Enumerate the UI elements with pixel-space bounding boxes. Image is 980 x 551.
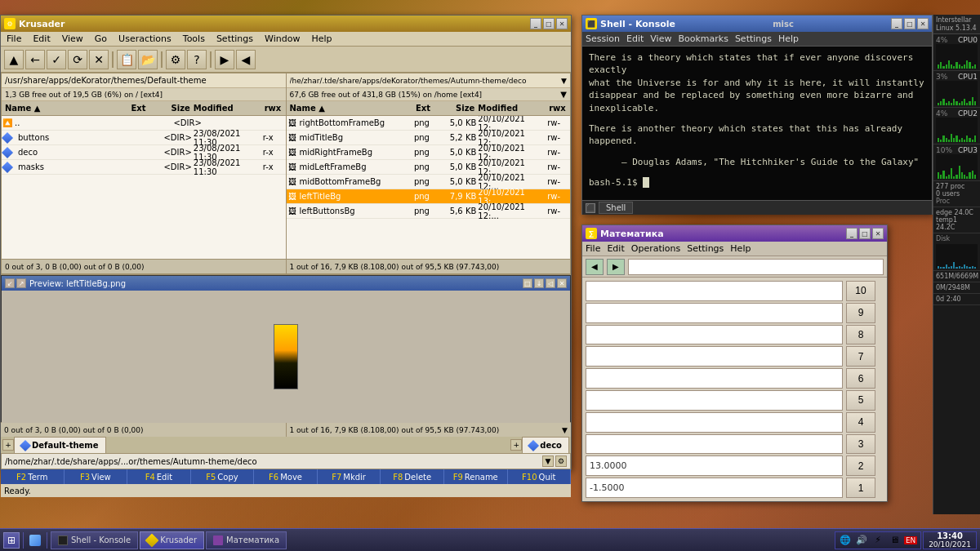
shell-close-btn[interactable]: ✕ — [917, 18, 929, 29]
shell-menu-bookmarks[interactable]: Bookmarks — [678, 33, 728, 44]
shell-menu-session[interactable]: Session — [586, 33, 620, 44]
math-row-2: 13.0000 — [586, 455, 843, 476]
math-maximize-btn[interactable]: □ — [859, 228, 871, 239]
menu-useractions[interactable]: Useractions — [116, 33, 174, 45]
math-close-btn[interactable]: ✕ — [872, 228, 884, 239]
math-fwd-btn[interactable]: ▶ — [607, 259, 625, 275]
cmdline[interactable]: /home/zhar/.tde/share/apps/...or/themes/… — [1, 453, 571, 469]
taskbar-task-shell[interactable]: Shell - Konsole — [51, 531, 138, 549]
taskbar-task-krusader[interactable]: Krusader — [140, 531, 204, 549]
tab-add-left[interactable]: + — [2, 439, 14, 451]
menu-window[interactable]: Window — [262, 33, 302, 45]
tab-deco[interactable]: deco — [522, 437, 569, 453]
toolbar-btn-11[interactable]: ◀ — [236, 50, 256, 69]
math-back-btn[interactable]: ◀ — [586, 259, 604, 275]
math-menu-file[interactable]: File — [586, 243, 600, 254]
graph-bar — [951, 266, 952, 269]
menu-settings[interactable]: Settings — [214, 33, 256, 45]
krusader-minimize-btn[interactable]: _ — [530, 18, 541, 29]
toolbar-btn-7[interactable]: 📂 — [138, 50, 158, 69]
math-btn-4[interactable]: 4 — [846, 412, 875, 433]
menu-help[interactable]: Help — [309, 33, 334, 45]
math-menu-edit[interactable]: Edit — [607, 243, 624, 254]
clock-date: 20/10/2021 — [929, 540, 971, 549]
cmdline-btn-2[interactable]: ⚙ — [555, 455, 567, 467]
systray-power-icon[interactable]: ⚡ — [871, 534, 884, 547]
math-btn-7[interactable]: 7 — [846, 346, 875, 367]
menu-view[interactable]: View — [60, 33, 86, 45]
taskbar-div-1 — [23, 532, 24, 549]
preview-titlebar[interactable]: ↙ ↗ Preview: leftTitleBg.png □ ↓ ◁ ✕ — [2, 276, 570, 291]
graph-bar — [964, 64, 965, 69]
f3-view[interactable]: F3View — [65, 469, 128, 484]
krusader-close-btn[interactable]: ✕ — [556, 18, 568, 29]
math-btn-9[interactable]: 9 — [846, 303, 875, 323]
f4-edit[interactable]: F4Edit — [127, 469, 191, 484]
shell-minimize-btn[interactable]: _ — [891, 18, 902, 29]
systray-volume-icon[interactable]: 🔊 — [855, 534, 868, 547]
f6-move[interactable]: F6Move — [254, 469, 318, 484]
math-titlebar[interactable]: ∑ Математика _ □ ✕ — [582, 225, 887, 242]
math-input-field[interactable] — [628, 259, 884, 275]
systray-network-icon[interactable]: 🌐 — [839, 534, 852, 547]
toolbar-btn-2[interactable]: ← — [25, 50, 45, 69]
f9-rename[interactable]: F9Rename — [444, 469, 508, 484]
shell-menu-edit[interactable]: Edit — [626, 33, 644, 44]
math-btn-6[interactable]: 6 — [846, 368, 875, 389]
cmdline-btn-1[interactable]: ▼ — [542, 455, 554, 467]
shell-menu-view[interactable]: View — [650, 33, 671, 44]
f7-mkdir[interactable]: F7Mkdir — [318, 469, 381, 484]
systray-flag-icon[interactable]: EN — [904, 534, 917, 547]
math-btn-3[interactable]: 3 — [846, 434, 875, 455]
menu-edit[interactable]: Edit — [30, 33, 52, 45]
menu-tools[interactable]: Tools — [180, 33, 207, 45]
taskbar-task-math[interactable]: Математика — [206, 531, 287, 549]
f5-copy[interactable]: F5Copy — [191, 469, 255, 484]
toolbar-btn-4[interactable]: ⟳ — [68, 50, 87, 69]
taskbar-icon-1[interactable] — [27, 532, 43, 549]
f10-quit[interactable]: F10Quit — [508, 469, 572, 484]
math-btn-2[interactable]: 2 — [846, 455, 875, 476]
toolbar-btn-5[interactable]: ✕ — [89, 50, 109, 69]
toolbar-btn-10[interactable]: ▶ — [215, 50, 234, 69]
left-panel-path[interactable]: /usr/share/apps/deKorator/themes/Default… — [2, 73, 286, 88]
sysmon-vm: 0M/2948M — [933, 282, 980, 294]
table-row[interactable]: masks <DIR> 23/08/2021 11:30 r-x — [2, 160, 286, 175]
shell-titlebar[interactable]: ⬛ Shell - Konsole misc _ □ ✕ — [582, 16, 932, 32]
f8-delete[interactable]: F8Delete — [381, 469, 444, 484]
graph-bar — [942, 99, 944, 105]
shell-maximize-btn[interactable]: □ — [904, 18, 915, 29]
menu-go[interactable]: Go — [92, 33, 109, 45]
shell-menu-help[interactable]: Help — [778, 33, 799, 44]
math-menu-settings[interactable]: Settings — [687, 243, 724, 254]
tab-default-theme[interactable]: Default-theme — [14, 437, 106, 453]
shell-content[interactable]: There is a theory which states that if e… — [582, 47, 932, 200]
toolbar-btn-8[interactable]: ⚙ — [166, 50, 185, 69]
math-minimize-btn[interactable]: _ — [846, 228, 858, 239]
krusader-titlebar[interactable]: ⚙ Krusader _ □ ✕ — [1, 16, 571, 32]
shell-tab-main[interactable]: Shell — [599, 202, 633, 214]
menu-file[interactable]: File — [4, 33, 24, 45]
right-panel-path[interactable]: /he/zhar/.tde/share/apps/deKorator/theme… — [287, 73, 571, 88]
krusader-toolbar: ▲ ← ✓ ⟳ ✕ 📋 📂 ⚙ ? ▶ ◀ — [1, 47, 571, 73]
math-btn-10[interactable]: 10 — [846, 281, 875, 301]
toolbar-btn-9[interactable]: ? — [187, 50, 207, 69]
math-btn-1[interactable]: 1 — [846, 478, 875, 498]
shell-tab-icon[interactable]: ⬛ — [586, 203, 595, 213]
shell-menu-settings[interactable]: Settings — [735, 33, 772, 44]
krusader-maximize-btn[interactable]: □ — [543, 18, 555, 29]
show-desktop-btn[interactable]: ⊞ — [3, 532, 20, 549]
math-btn-5[interactable]: 5 — [846, 390, 875, 411]
math-menu-help[interactable]: Help — [730, 243, 751, 254]
toolbar-btn-6[interactable]: 📋 — [117, 50, 136, 69]
math-btn-8[interactable]: 8 — [846, 325, 875, 345]
table-row[interactable]: 🖼 leftButtonsBg png 5,6 KB 20/10/2021 12… — [287, 204, 571, 219]
taskbar-clock[interactable]: 13:40 20/10/2021 — [923, 531, 977, 549]
toolbar-btn-3[interactable]: ✓ — [47, 50, 66, 69]
toolbar-btn-1[interactable]: ▲ — [4, 50, 24, 69]
tab-add-right[interactable]: + — [510, 439, 522, 451]
graph-bar — [974, 64, 976, 69]
math-menu-operations[interactable]: Operations — [631, 243, 680, 254]
f2-term[interactable]: F2Term — [1, 469, 65, 484]
systray-monitor-icon[interactable]: 🖥 — [888, 534, 901, 547]
